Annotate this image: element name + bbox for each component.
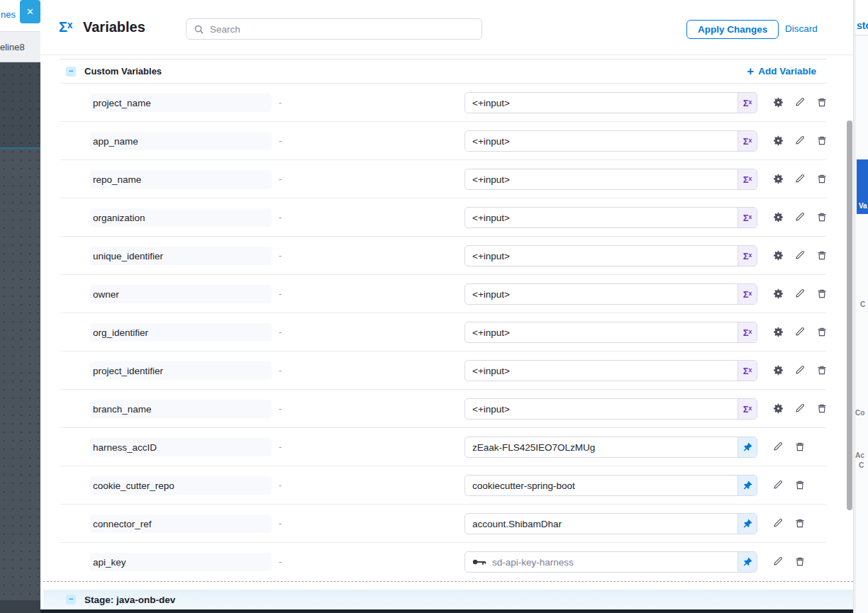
right-nav-fragment: Ac bbox=[855, 451, 864, 459]
variable-value: <+input> bbox=[472, 213, 510, 223]
settings-gear-icon[interactable] bbox=[772, 287, 784, 300]
edit-pencil-icon[interactable] bbox=[772, 478, 784, 491]
edit-pencil-icon[interactable] bbox=[794, 287, 806, 300]
variable-name: connector_ref bbox=[90, 514, 272, 533]
fixed-value-pin-icon[interactable] bbox=[738, 552, 757, 572]
runtime-input-sigma-icon[interactable]: Σˣ bbox=[738, 322, 757, 342]
settings-gear-icon[interactable] bbox=[772, 172, 784, 185]
delete-trash-icon[interactable] bbox=[794, 478, 806, 491]
runtime-input-sigma-icon[interactable]: Σˣ bbox=[738, 361, 757, 381]
settings-gear-icon[interactable] bbox=[772, 364, 784, 376]
variable-row: harness_accID-zEaak-FLS425IEO7OLzMUg bbox=[60, 428, 826, 466]
runtime-input-sigma-icon[interactable]: Σˣ bbox=[738, 208, 757, 227]
delete-trash-icon[interactable] bbox=[816, 287, 828, 300]
edit-pencil-icon[interactable] bbox=[794, 96, 806, 108]
row-actions bbox=[772, 134, 828, 147]
apply-changes-button[interactable]: Apply Changes bbox=[686, 20, 779, 39]
variable-value: zEaak-FLS425IEO7OLzMUg bbox=[472, 442, 595, 453]
delete-trash-icon[interactable] bbox=[816, 249, 828, 261]
plus-icon: + bbox=[747, 65, 754, 77]
add-variable-button[interactable]: + Add Variable bbox=[747, 65, 816, 77]
variable-value-field[interactable]: account.ShibamDhar bbox=[464, 513, 757, 534]
discard-button[interactable]: Discard bbox=[785, 23, 818, 34]
delete-trash-icon[interactable] bbox=[816, 325, 828, 338]
runtime-input-sigma-icon[interactable]: Σˣ bbox=[738, 399, 757, 419]
variables-drawer: Σˣ Variables Apply Changes Discard − Cus… bbox=[40, 0, 854, 613]
fixed-value-pin-icon[interactable] bbox=[738, 514, 757, 534]
variable-value-field[interactable]: <+input>Σˣ bbox=[464, 398, 757, 420]
fixed-value-pin-icon[interactable] bbox=[738, 476, 757, 495]
row-actions bbox=[772, 210, 828, 223]
settings-gear-icon[interactable] bbox=[772, 402, 784, 415]
variable-value: cookiecutter-spring-boot bbox=[472, 480, 575, 491]
runtime-input-sigma-icon[interactable]: Σˣ bbox=[738, 131, 757, 151]
runtime-input-sigma-icon[interactable]: Σˣ bbox=[738, 246, 757, 266]
edit-pencil-icon[interactable] bbox=[794, 210, 806, 223]
variable-description: - bbox=[279, 365, 282, 376]
variable-value-field[interactable]: cookiecutter-spring-boot bbox=[464, 475, 757, 496]
delete-trash-icon[interactable] bbox=[816, 134, 828, 147]
runtime-input-sigma-icon[interactable]: Σˣ bbox=[738, 169, 757, 189]
variable-row: api_key-sd-api-key-harness bbox=[60, 543, 826, 581]
collapse-icon[interactable]: − bbox=[66, 67, 76, 77]
variable-value-field[interactable]: <+input>Σˣ bbox=[464, 92, 757, 113]
variable-value-field[interactable]: <+input>Σˣ bbox=[464, 283, 757, 305]
variable-description: - bbox=[279, 442, 282, 452]
variable-value-field[interactable]: <+input>Σˣ bbox=[464, 360, 757, 381]
vertical-scrollbar[interactable] bbox=[847, 120, 852, 510]
variable-value-field[interactable]: <+input>Σˣ bbox=[464, 130, 757, 152]
pipeline-tab[interactable]: eline8 bbox=[0, 42, 25, 52]
edit-pencil-icon[interactable] bbox=[772, 517, 784, 529]
section-divider bbox=[43, 581, 853, 582]
variable-name: project_identifier bbox=[90, 361, 272, 380]
runtime-input-sigma-icon[interactable]: Σˣ bbox=[738, 284, 757, 304]
delete-trash-icon[interactable] bbox=[816, 96, 828, 108]
collapse-icon[interactable]: − bbox=[66, 595, 76, 604]
variable-value-field[interactable]: <+input>Σˣ bbox=[464, 207, 757, 228]
edit-pencil-icon[interactable] bbox=[794, 364, 806, 376]
settings-gear-icon[interactable] bbox=[772, 325, 784, 338]
delete-trash-icon[interactable] bbox=[794, 555, 806, 568]
background-canvas-left: nes ✕ eline8 bbox=[0, 0, 40, 613]
custom-variables-section: − Custom Variables + Add Variable projec… bbox=[60, 59, 826, 581]
edit-pencil-icon[interactable] bbox=[772, 555, 784, 568]
search-input[interactable] bbox=[210, 24, 474, 35]
row-actions bbox=[772, 440, 806, 453]
settings-gear-icon[interactable] bbox=[772, 210, 784, 223]
edit-pencil-icon[interactable] bbox=[794, 134, 806, 147]
variable-value-field[interactable]: <+input>Σˣ bbox=[464, 169, 757, 190]
row-actions bbox=[772, 364, 828, 376]
delete-trash-icon[interactable] bbox=[816, 402, 828, 415]
close-drawer-button[interactable]: ✕ bbox=[20, 0, 40, 23]
edit-pencil-icon[interactable] bbox=[794, 402, 806, 415]
history-link-fragment[interactable]: stor bbox=[857, 20, 868, 31]
runtime-input-sigma-icon[interactable]: Σˣ bbox=[738, 93, 757, 113]
variable-description: - bbox=[279, 174, 282, 184]
delete-trash-icon[interactable] bbox=[816, 364, 828, 376]
variable-name: project_name bbox=[90, 94, 272, 112]
variable-value-field[interactable]: <+input>Σˣ bbox=[464, 245, 757, 266]
settings-gear-icon[interactable] bbox=[772, 249, 784, 261]
edit-pencil-icon[interactable] bbox=[794, 249, 806, 261]
delete-trash-icon[interactable] bbox=[794, 517, 806, 529]
edit-pencil-icon[interactable] bbox=[794, 325, 806, 338]
delete-trash-icon[interactable] bbox=[816, 172, 828, 185]
edit-pencil-icon[interactable] bbox=[772, 440, 784, 453]
fixed-value-pin-icon[interactable] bbox=[738, 437, 757, 457]
delete-trash-icon[interactable] bbox=[816, 210, 828, 223]
variable-value-field[interactable]: zEaak-FLS425IEO7OLzMUg bbox=[464, 437, 757, 458]
right-nav-fragment: C bbox=[860, 300, 865, 308]
settings-gear-icon[interactable] bbox=[772, 96, 784, 108]
variable-value-field[interactable]: <+input>Σˣ bbox=[464, 322, 757, 343]
variable-value: <+input> bbox=[472, 251, 510, 261]
settings-gear-icon[interactable] bbox=[772, 134, 784, 147]
variable-value: <+input> bbox=[472, 366, 510, 376]
delete-trash-icon[interactable] bbox=[794, 440, 806, 453]
variable-name: owner bbox=[90, 285, 272, 303]
right-variables-tab[interactable]: Va bbox=[857, 159, 868, 214]
row-actions bbox=[772, 325, 828, 338]
canvas-footer bbox=[0, 600, 40, 613]
variable-value-field[interactable]: sd-api-key-harness bbox=[464, 551, 757, 573]
edit-pencil-icon[interactable] bbox=[794, 172, 806, 185]
variable-description: - bbox=[279, 480, 282, 490]
